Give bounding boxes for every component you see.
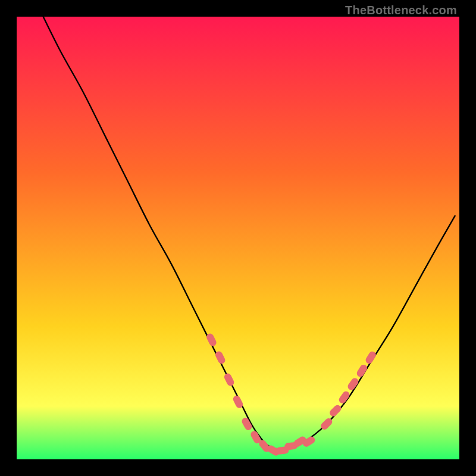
watermark-text: TheBottleneck.com	[345, 4, 457, 17]
heat-gradient-background	[17, 17, 459, 459]
chart-frame	[17, 17, 459, 459]
bottleneck-plot	[17, 17, 459, 459]
